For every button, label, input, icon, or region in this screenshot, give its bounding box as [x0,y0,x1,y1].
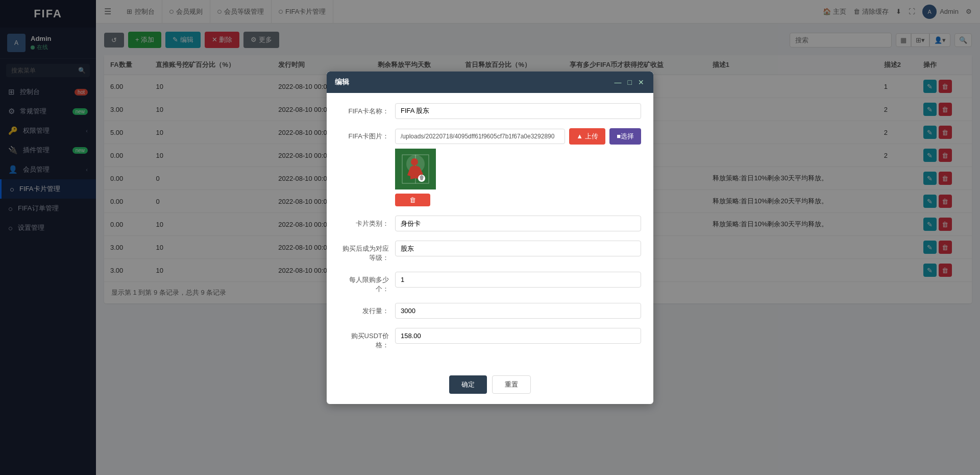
modal-header: 编辑 — □ ✕ [327,72,653,93]
card-type-row: 卡片类别： 身份卡 普通卡 VIP卡 [339,216,641,231]
after-buy-control: 股东 合伙人 联合创始人 [395,241,641,256]
modal-minimize-btn[interactable]: — [614,78,623,86]
card-image-control: ▲ 上传 ■选择 [395,128,641,206]
image-path-input[interactable] [395,129,565,144]
reset-button[interactable]: 重置 [492,375,531,394]
svg-point-4 [411,158,418,165]
price-row: 购买USDT价格： [339,328,641,350]
image-preview-box [395,149,436,189]
preview-image-svg [395,149,436,189]
modal-footer: 确定 重置 [327,369,653,404]
price-label: 购买USDT价格： [339,328,395,350]
card-type-select[interactable]: 身份卡 普通卡 VIP卡 [395,216,641,231]
after-buy-label: 购买后成为对应等级： [339,241,395,263]
limit-label: 每人限购多少个： [339,272,395,294]
card-name-label: FIFA卡名称： [339,103,395,116]
modal-restore-btn[interactable]: □ [627,78,633,86]
limit-input[interactable] [395,272,641,288]
edit-modal: 编辑 — □ ✕ FIFA卡名称： FIFA卡图片： [327,72,653,404]
choose-button[interactable]: ■选择 [609,128,641,145]
card-image-label: FIFA卡图片： [339,128,395,141]
limit-control [395,272,641,288]
card-name-row: FIFA卡名称： [339,103,641,119]
confirm-button[interactable]: 确定 [449,375,487,394]
price-input[interactable] [395,328,641,344]
card-type-label: 卡片类别： [339,216,395,228]
card-type-control: 身份卡 普通卡 VIP卡 [395,216,641,231]
quantity-input[interactable] [395,303,641,319]
modal-overlay: 编辑 — □ ✕ FIFA卡名称： FIFA卡图片： [0,0,980,475]
price-control [395,328,641,344]
modal-close-btn[interactable]: ✕ [637,78,645,86]
modal-controls: — □ ✕ [614,78,645,86]
image-delete-button[interactable]: 🗑 [395,194,430,206]
card-name-input[interactable] [395,103,641,119]
image-preview [395,149,641,189]
card-image-row: FIFA卡图片： ▲ 上传 ■选择 [339,128,641,206]
card-name-control [395,103,641,119]
upload-icon: ▲ [576,132,583,140]
after-buy-select[interactable]: 股东 合伙人 联合创始人 [395,241,641,256]
quantity-row: 发行量： [339,303,641,319]
upload-button[interactable]: ▲ 上传 [569,128,605,145]
modal-body: FIFA卡名称： FIFA卡图片： ▲ 上传 ■选择 [327,93,653,369]
modal-title: 编辑 [335,78,349,87]
quantity-label: 发行量： [339,303,395,316]
after-buy-row: 购买后成为对应等级： 股东 合伙人 联合创始人 [339,241,641,263]
limit-row: 每人限购多少个： [339,272,641,294]
quantity-control [395,303,641,319]
image-path-row: ▲ 上传 ■选择 [395,128,641,145]
